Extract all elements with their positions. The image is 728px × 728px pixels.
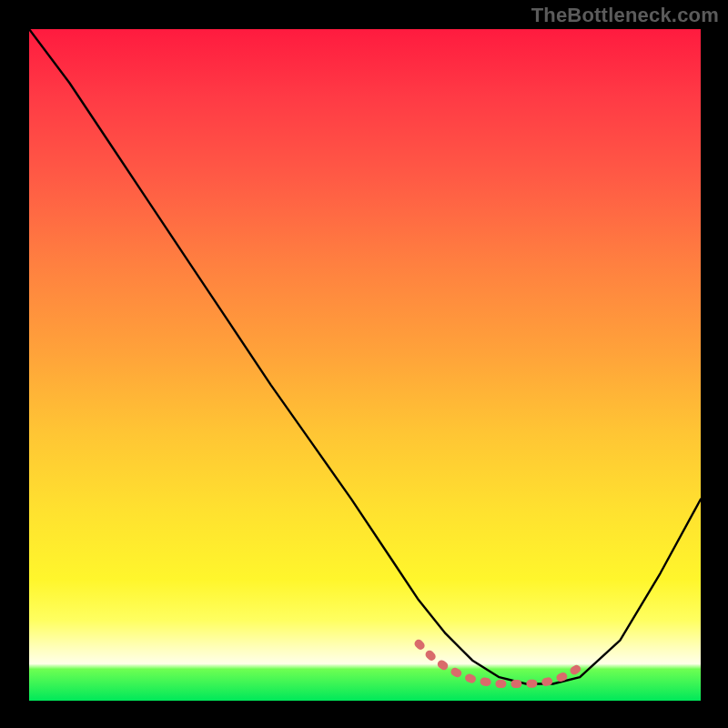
watermark: TheBottleneck.com (531, 4, 719, 27)
chart-frame: TheBottleneck.com (0, 0, 728, 728)
chart-svg (29, 29, 701, 701)
plot-area (29, 29, 701, 701)
bottleneck-curve (29, 29, 701, 684)
